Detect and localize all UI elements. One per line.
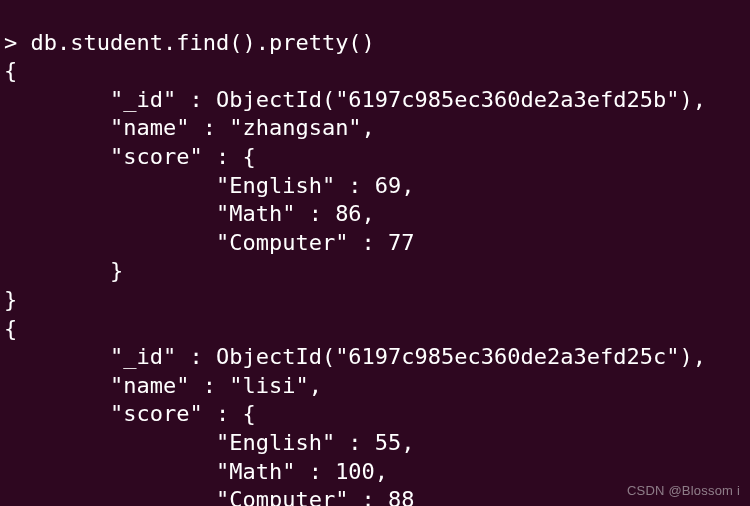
doc-computer-line: "Computer" : 88 <box>4 487 415 506</box>
doc-english-line: "English" : 69, <box>4 173 415 198</box>
doc-name-line: "name" : "lisi", <box>4 373 322 398</box>
doc-math-line: "Math" : 86, <box>4 201 375 226</box>
doc-math-line: "Math" : 100, <box>4 459 388 484</box>
doc-open-brace: { <box>4 316 17 341</box>
doc-name-line: "name" : "zhangsan", <box>4 115 375 140</box>
shell-command[interactable]: > db.student.find().pretty() <box>4 30 375 55</box>
doc-open-brace: { <box>4 58 17 83</box>
doc-score-close: } <box>4 258 123 283</box>
doc-score-open: "score" : { <box>4 401 256 426</box>
doc-id-line: "_id" : ObjectId("6197c985ec360de2a3efd2… <box>4 87 706 112</box>
doc-computer-line: "Computer" : 77 <box>4 230 415 255</box>
watermark: CSDN @Blossom i <box>627 483 740 500</box>
doc-english-line: "English" : 55, <box>4 430 415 455</box>
terminal-output: > db.student.find().pretty() { "_id" : O… <box>0 0 750 506</box>
doc-close-brace: } <box>4 287 17 312</box>
doc-id-line: "_id" : ObjectId("6197c985ec360de2a3efd2… <box>4 344 706 369</box>
doc-score-open: "score" : { <box>4 144 256 169</box>
